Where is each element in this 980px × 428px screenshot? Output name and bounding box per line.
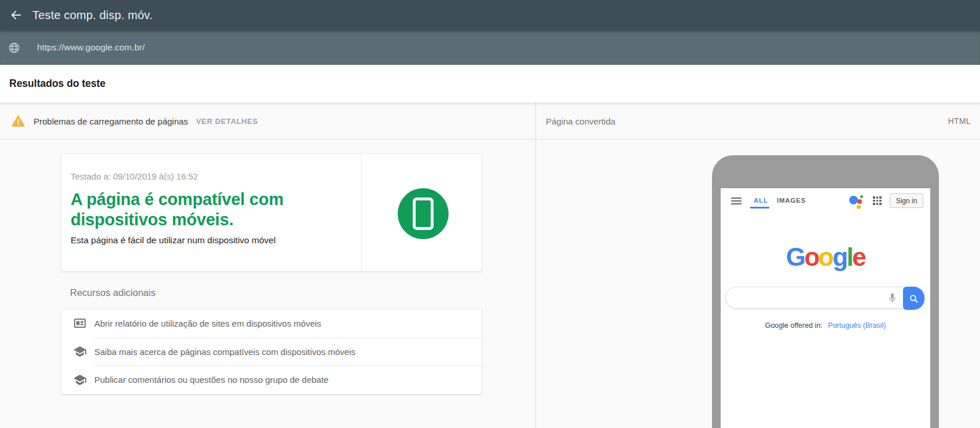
main-content: Problemas de carregamento de páginas VER…: [0, 103, 980, 428]
view-details-link[interactable]: VER DETALHES: [196, 117, 258, 126]
phone-mockup: ALL IMAGES Sign in Google: [712, 155, 939, 428]
menu-icon: [731, 197, 742, 204]
school-icon: [73, 345, 87, 359]
warning-label: Problemas de carregamento de páginas: [34, 116, 188, 126]
web-report-icon: [73, 316, 87, 330]
app-header-bar: Teste comp. disp. móv.: [0, 0, 980, 30]
preview-search-button: [903, 287, 924, 310]
tested-url: https://www.google.com.br/: [37, 42, 145, 53]
results-panel: Problemas de carregamento de páginas VER…: [0, 103, 535, 428]
mobile-friendly-badge: [398, 188, 449, 239]
url-bar: https://www.google.com.br/: [0, 30, 980, 65]
html-tab-link[interactable]: HTML: [948, 116, 971, 126]
preview-sign-in-button: Sign in: [890, 193, 923, 208]
google-apps-icon: [873, 196, 882, 206]
resource-link-discussion-group[interactable]: Publicar comentários ou questões no noss…: [61, 365, 482, 394]
warning-triangle-icon: [12, 115, 25, 127]
rendered-page-title: Página convertida: [546, 116, 615, 126]
result-card-text: Testado a: 09/10/2019 à(s) 16:52 A págin…: [61, 154, 361, 271]
preview-search-box: [725, 287, 925, 309]
resource-link-mobile-usability-report[interactable]: Abrir relatório de utilização de sites e…: [61, 309, 482, 338]
verdict-description: Esta página é fácil de utilizar num disp…: [71, 235, 347, 246]
sign-in-label: Sign in: [896, 197, 917, 205]
resource-link-learn-more[interactable]: Saiba mais acerca de páginas compatíveis…: [61, 338, 482, 366]
mobile-friendly-test-app: Teste comp. disp. móv. https://www.googl…: [0, 0, 980, 428]
offered-in-language-link: Português (Brasil): [828, 321, 886, 330]
globe-icon: [8, 42, 20, 54]
phone-screen: ALL IMAGES Sign in Google: [721, 188, 930, 428]
rendered-page-panel: Página convertida HTML ALL IMAGES: [535, 103, 980, 428]
preview-google-toolbar: ALL IMAGES Sign in: [721, 188, 930, 214]
results-header-bar: Resultados do teste: [0, 65, 980, 103]
resource-link-label: Abrir relatório de utilização de sites e…: [94, 319, 321, 328]
result-card: Testado a: 09/10/2019 à(s) 16:52 A págin…: [61, 153, 482, 272]
card-divider: [361, 154, 362, 271]
row-divider: [93, 338, 482, 338]
mobile-friendly-phone-icon: [413, 197, 434, 230]
active-tab-underline: [750, 207, 769, 208]
google-offered-in: Google offered in: Português (Brasil): [721, 321, 930, 330]
back-arrow-icon: [10, 9, 23, 21]
resources-title: Recursos adicionais: [70, 287, 156, 298]
row-divider: [93, 365, 482, 366]
preview-tab-images: IMAGES: [777, 197, 806, 204]
panel-divider: [535, 103, 536, 428]
back-button[interactable]: [9, 8, 24, 23]
app-title: Teste comp. disp. móv.: [32, 9, 152, 22]
offered-in-prefix: Google offered in:: [765, 321, 823, 330]
search-icon: [909, 294, 919, 303]
resources-card: Abrir relatório de utilização de sites e…: [61, 309, 482, 394]
tested-timestamp: Testado a: 09/10/2019 à(s) 16:52: [71, 171, 347, 181]
rendered-page-header: Página convertida HTML: [535, 103, 980, 140]
preview-tab-all: ALL: [754, 197, 768, 204]
resource-link-label: Saiba mais acerca de páginas compatíveis…: [94, 347, 355, 357]
warning-row: Problemas de carregamento de páginas VER…: [0, 103, 535, 140]
verdict-heading: A página é compatível com dispositivos m…: [71, 189, 347, 230]
google-assistant-icon: [849, 194, 864, 209]
mic-icon: [887, 292, 898, 303]
results-title: Resultados do teste: [9, 78, 105, 90]
resource-link-label: Publicar comentários ou questões no noss…: [94, 375, 328, 385]
google-logo: Google: [721, 243, 930, 272]
school-icon: [73, 373, 87, 387]
